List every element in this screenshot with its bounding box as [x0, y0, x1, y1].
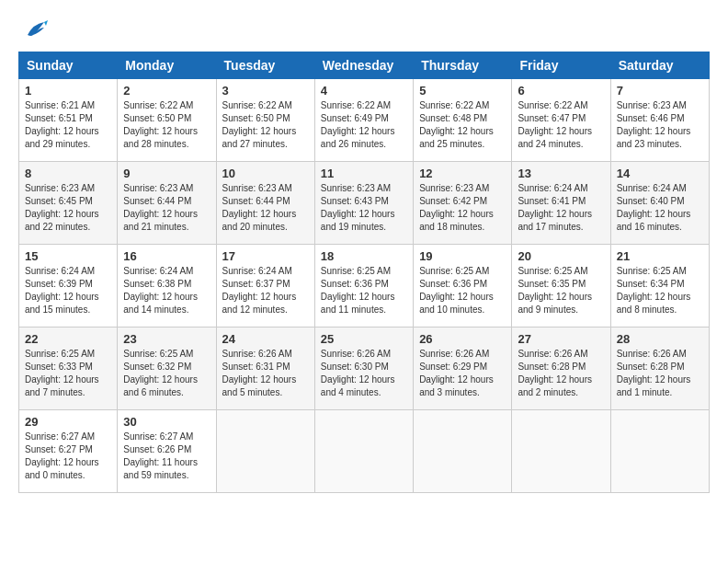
day-number: 27: [518, 332, 604, 346]
day-header-sunday: Sunday: [19, 52, 118, 79]
calendar-cell: 21 Sunrise: 6:25 AMSunset: 6:34 PMDaylig…: [610, 245, 709, 327]
cell-text: Sunrise: 6:22 AMSunset: 6:50 PMDaylight:…: [123, 100, 198, 149]
day-number: 4: [321, 84, 407, 98]
logo: [18, 18, 51, 42]
calendar-cell: 3 Sunrise: 6:22 AMSunset: 6:50 PMDayligh…: [216, 79, 314, 162]
calendar-cell: 20 Sunrise: 6:25 AMSunset: 6:35 PMDaylig…: [512, 245, 610, 327]
cell-text: Sunrise: 6:27 AMSunset: 6:27 PMDaylight:…: [25, 431, 99, 480]
cell-text: Sunrise: 6:23 AMSunset: 6:44 PMDaylight:…: [222, 183, 297, 232]
calendar-cell: 11 Sunrise: 6:23 AMSunset: 6:43 PMDaylig…: [314, 162, 413, 245]
calendar-cell: 10 Sunrise: 6:23 AMSunset: 6:44 PMDaylig…: [216, 162, 314, 245]
cell-text: Sunrise: 6:25 AMSunset: 6:33 PMDaylight:…: [25, 349, 99, 397]
day-number: 14: [617, 167, 703, 180]
day-number: 21: [617, 249, 703, 263]
calendar-cell: 14 Sunrise: 6:24 AMSunset: 6:40 PMDaylig…: [610, 162, 709, 245]
cell-text: Sunrise: 6:24 AMSunset: 6:41 PMDaylight:…: [518, 183, 592, 232]
cell-text: Sunrise: 6:22 AMSunset: 6:49 PMDaylight:…: [321, 100, 395, 149]
day-number: 30: [123, 415, 210, 429]
calendar-cell: [216, 410, 314, 493]
calendar-cell: 7 Sunrise: 6:23 AMSunset: 6:46 PMDayligh…: [610, 79, 709, 162]
calendar-cell: 23 Sunrise: 6:25 AMSunset: 6:32 PMDaylig…: [118, 327, 216, 410]
calendar-cell: 6 Sunrise: 6:22 AMSunset: 6:47 PMDayligh…: [512, 79, 610, 162]
cell-text: Sunrise: 6:21 AMSunset: 6:51 PMDaylight:…: [25, 100, 99, 149]
day-number: 22: [25, 332, 111, 346]
calendar-cell: 22 Sunrise: 6:25 AMSunset: 6:33 PMDaylig…: [19, 327, 118, 410]
day-number: 26: [419, 332, 506, 346]
day-number: 20: [518, 249, 604, 263]
calendar-cell: [610, 410, 709, 493]
cell-text: Sunrise: 6:22 AMSunset: 6:50 PMDaylight:…: [222, 100, 297, 149]
day-number: 11: [321, 167, 407, 180]
calendar-cell: 9 Sunrise: 6:23 AMSunset: 6:44 PMDayligh…: [118, 162, 216, 245]
cell-text: Sunrise: 6:23 AMSunset: 6:45 PMDaylight:…: [25, 183, 99, 232]
calendar-cell: 17 Sunrise: 6:24 AMSunset: 6:37 PMDaylig…: [216, 245, 314, 327]
day-number: 17: [222, 249, 309, 263]
calendar-cell: 18 Sunrise: 6:25 AMSunset: 6:36 PMDaylig…: [314, 245, 413, 327]
day-number: 28: [617, 332, 703, 346]
cell-text: Sunrise: 6:23 AMSunset: 6:42 PMDaylight:…: [419, 183, 494, 232]
cell-text: Sunrise: 6:23 AMSunset: 6:44 PMDaylight:…: [123, 183, 198, 232]
day-number: 29: [25, 415, 111, 429]
day-number: 15: [25, 249, 111, 263]
cell-text: Sunrise: 6:26 AMSunset: 6:28 PMDaylight:…: [617, 349, 691, 397]
day-number: 7: [617, 84, 703, 98]
day-number: 13: [518, 167, 604, 180]
day-number: 18: [321, 249, 407, 263]
calendar-table: SundayMondayTuesdayWednesdayThursdayFrid…: [18, 52, 710, 493]
calendar-cell: 25 Sunrise: 6:26 AMSunset: 6:30 PMDaylig…: [314, 327, 413, 410]
day-number: 12: [419, 167, 506, 180]
calendar-cell: 27 Sunrise: 6:26 AMSunset: 6:28 PMDaylig…: [512, 327, 610, 410]
day-header-thursday: Thursday: [414, 52, 512, 79]
cell-text: Sunrise: 6:22 AMSunset: 6:47 PMDaylight:…: [518, 100, 592, 149]
cell-text: Sunrise: 6:25 AMSunset: 6:36 PMDaylight:…: [321, 266, 395, 315]
calendar-cell: 29 Sunrise: 6:27 AMSunset: 6:27 PMDaylig…: [19, 410, 118, 493]
calendar-cell: [512, 410, 610, 493]
day-number: 23: [123, 332, 210, 346]
day-number: 25: [321, 332, 407, 346]
cell-text: Sunrise: 6:26 AMSunset: 6:29 PMDaylight:…: [419, 349, 494, 397]
cell-text: Sunrise: 6:26 AMSunset: 6:28 PMDaylight:…: [518, 349, 592, 397]
cell-text: Sunrise: 6:24 AMSunset: 6:37 PMDaylight:…: [222, 266, 297, 315]
cell-text: Sunrise: 6:25 AMSunset: 6:36 PMDaylight:…: [419, 266, 494, 315]
calendar-cell: 26 Sunrise: 6:26 AMSunset: 6:29 PMDaylig…: [414, 327, 512, 410]
day-number: 3: [222, 84, 309, 98]
header: [18, 18, 710, 42]
calendar-cell: 8 Sunrise: 6:23 AMSunset: 6:45 PMDayligh…: [19, 162, 118, 245]
day-number: 8: [25, 167, 111, 180]
cell-text: Sunrise: 6:26 AMSunset: 6:31 PMDaylight:…: [222, 349, 297, 397]
calendar-cell: 15 Sunrise: 6:24 AMSunset: 6:39 PMDaylig…: [19, 245, 118, 327]
day-number: 5: [419, 84, 506, 98]
calendar-cell: 30 Sunrise: 6:27 AMSunset: 6:26 PMDaylig…: [118, 410, 216, 493]
day-header-friday: Friday: [512, 52, 610, 79]
cell-text: Sunrise: 6:25 AMSunset: 6:34 PMDaylight:…: [617, 266, 691, 315]
day-number: 6: [518, 84, 604, 98]
calendar-cell: 19 Sunrise: 6:25 AMSunset: 6:36 PMDaylig…: [414, 245, 512, 327]
calendar-cell: 13 Sunrise: 6:24 AMSunset: 6:41 PMDaylig…: [512, 162, 610, 245]
calendar-cell: 28 Sunrise: 6:26 AMSunset: 6:28 PMDaylig…: [610, 327, 709, 410]
day-number: 19: [419, 249, 506, 263]
calendar-cell: 16 Sunrise: 6:24 AMSunset: 6:38 PMDaylig…: [118, 245, 216, 327]
day-header-saturday: Saturday: [610, 52, 709, 79]
day-number: 24: [222, 332, 309, 346]
cell-text: Sunrise: 6:23 AMSunset: 6:46 PMDaylight:…: [617, 100, 691, 149]
cell-text: Sunrise: 6:25 AMSunset: 6:35 PMDaylight:…: [518, 266, 592, 315]
calendar-cell: 24 Sunrise: 6:26 AMSunset: 6:31 PMDaylig…: [216, 327, 314, 410]
day-number: 9: [123, 167, 210, 180]
calendar-cell: 4 Sunrise: 6:22 AMSunset: 6:49 PMDayligh…: [314, 79, 413, 162]
calendar-cell: 2 Sunrise: 6:22 AMSunset: 6:50 PMDayligh…: [118, 79, 216, 162]
cell-text: Sunrise: 6:23 AMSunset: 6:43 PMDaylight:…: [321, 183, 395, 232]
day-number: 1: [25, 84, 111, 98]
calendar-cell: 1 Sunrise: 6:21 AMSunset: 6:51 PMDayligh…: [19, 79, 118, 162]
calendar-cell: [314, 410, 413, 493]
cell-text: Sunrise: 6:22 AMSunset: 6:48 PMDaylight:…: [419, 100, 494, 149]
day-header-wednesday: Wednesday: [314, 52, 413, 79]
calendar-cell: 5 Sunrise: 6:22 AMSunset: 6:48 PMDayligh…: [414, 79, 512, 162]
day-header-monday: Monday: [118, 52, 216, 79]
cell-text: Sunrise: 6:24 AMSunset: 6:40 PMDaylight:…: [617, 183, 691, 232]
day-number: 2: [123, 84, 210, 98]
cell-text: Sunrise: 6:27 AMSunset: 6:26 PMDaylight:…: [123, 431, 198, 480]
cell-text: Sunrise: 6:24 AMSunset: 6:38 PMDaylight:…: [123, 266, 198, 315]
day-header-tuesday: Tuesday: [216, 52, 314, 79]
day-number: 10: [222, 167, 309, 180]
calendar-cell: 12 Sunrise: 6:23 AMSunset: 6:42 PMDaylig…: [414, 162, 512, 245]
